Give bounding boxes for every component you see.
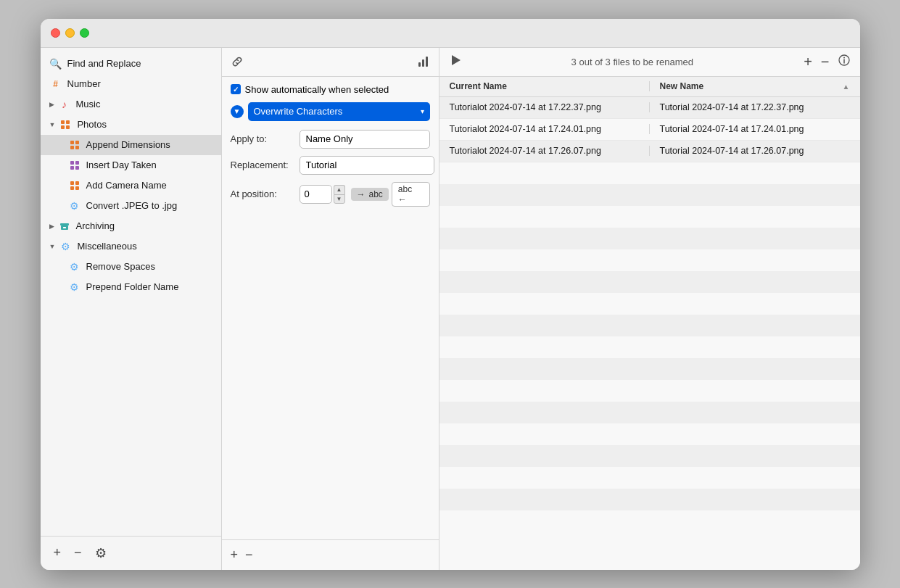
stepper-down-button[interactable]: ▼ — [334, 194, 345, 204]
sidebar-item-label: Append Dimensions — [86, 139, 170, 150]
svg-rect-21 — [426, 57, 428, 67]
svg-rect-4 — [70, 141, 74, 144]
replacement-input[interactable] — [300, 156, 434, 175]
sidebar-add-button[interactable]: + — [51, 544, 65, 562]
position-badge-left: → abc — [351, 188, 389, 201]
add-camera-icon — [68, 179, 81, 192]
photos-icon — [59, 118, 72, 131]
svg-rect-6 — [70, 146, 74, 149]
table-row[interactable]: Tutorialot 2024-07-14 at 17.22.37.png Tu… — [439, 97, 860, 119]
titlebar — [41, 19, 860, 48]
sidebar-item-label: Remove Spaces — [86, 261, 155, 272]
sidebar-group-music[interactable]: ▶ ♪ Music — [41, 94, 221, 115]
sidebar-item-insert-day-taken[interactable]: Insert Day Taken — [41, 155, 221, 175]
right-header-actions: + − — [804, 54, 849, 70]
apply-to-select[interactable]: Name Only Extension Only Name and Extens… — [300, 130, 430, 149]
prepend-folder-icon: ⚙ — [68, 281, 81, 294]
sidebar-item-label: Miscellaneous — [77, 241, 136, 252]
insert-day-taken-icon — [68, 159, 81, 172]
sidebar-item-remove-spaces[interactable]: ⚙ Remove Spaces — [41, 257, 221, 277]
arrow-right-icon: → — [357, 189, 366, 199]
sidebar-footer: + − ⚙ — [41, 536, 221, 570]
add-files-button[interactable]: + — [804, 54, 812, 70]
sidebar-item-prepend-folder[interactable]: ⚙ Prepend Folder Name — [41, 277, 221, 297]
chevron-right-icon-archiving: ▶ — [49, 223, 54, 230]
file-table-header: Current Name New Name ▲ — [439, 77, 860, 97]
replacement-label: Replacement: — [231, 160, 300, 170]
sidebar-item-label: Convert .JPEG to .jpg — [86, 200, 178, 211]
pos-badge-label: abc — [369, 189, 383, 199]
column-new-name: New Name ▲ — [650, 81, 860, 91]
sidebar-item-label: Archiving — [76, 220, 115, 231]
expand-overwrite-button[interactable]: ▼ — [231, 105, 244, 118]
minimize-button[interactable] — [65, 28, 75, 38]
link-icon[interactable] — [229, 54, 245, 70]
middle-content: Show automatically when selected ▼ Overw… — [222, 77, 439, 539]
file-new-name: Tutorial 2024-07-14 at 17.26.07.png — [650, 146, 860, 156]
svg-rect-15 — [75, 186, 79, 190]
svg-point-25 — [843, 57, 845, 59]
svg-rect-7 — [75, 146, 79, 149]
pos-badge-label2: abc ← — [398, 184, 424, 204]
sidebar-remove-button[interactable]: − — [71, 544, 85, 562]
replacement-row: Replacement: — [231, 156, 430, 175]
table-row[interactable]: Tutorialot 2024-07-14 at 17.26.07.png Tu… — [439, 141, 860, 162]
stepper-up-button[interactable]: ▲ — [334, 185, 345, 194]
sidebar-item-append-dimensions[interactable]: Append Dimensions — [41, 135, 221, 155]
svg-rect-3 — [66, 125, 70, 129]
new-name-label: New Name — [660, 81, 704, 91]
sidebar-item-label: Photos — [77, 119, 106, 130]
remove-spaces-icon: ⚙ — [68, 260, 81, 273]
fullscreen-button[interactable] — [80, 28, 89, 38]
apply-to-row: Apply to: Name Only Extension Only Name … — [231, 130, 430, 149]
at-position-row: At position: ▲ ▼ → abc abc ← — [231, 182, 430, 207]
middle-add-button[interactable]: + — [231, 547, 239, 563]
show-auto-checkbox[interactable] — [231, 84, 241, 94]
show-auto-row: Show automatically when selected — [231, 84, 430, 95]
middle-header — [222, 48, 439, 77]
remove-files-button[interactable]: − — [821, 54, 830, 70]
sidebar-item-find-replace[interactable]: 🔍 Find and Replace — [41, 54, 221, 74]
info-button[interactable] — [838, 54, 850, 69]
sidebar-item-number[interactable]: # Number — [41, 74, 221, 94]
chevron-down-icon: ▼ — [49, 121, 56, 128]
file-current-name: Tutorialot 2024-07-14 at 17.24.01.png — [439, 124, 650, 134]
column-current-name: Current Name — [439, 81, 650, 91]
file-new-name: Tutorial 2024-07-14 at 17.22.37.png — [650, 102, 860, 112]
sidebar-group-archiving[interactable]: ▶ Archiving — [41, 216, 221, 236]
sidebar-group-photos[interactable]: ▼ Photos — [41, 115, 221, 135]
show-auto-label: Show automatically when selected — [245, 84, 389, 95]
dropdown-chevron-icon: ▾ — [421, 107, 424, 115]
chevron-down-icon-misc: ▼ — [49, 243, 56, 250]
sidebar-item-label: Music — [76, 99, 101, 109]
traffic-lights — [51, 28, 89, 38]
sidebar-item-label: Prepend Folder Name — [86, 281, 179, 292]
svg-rect-18 — [63, 227, 66, 228]
file-new-name: Tutorial 2024-07-14 at 17.24.01.png — [650, 124, 860, 134]
table-row[interactable]: Tutorialot 2024-07-14 at 17.24.01.png Tu… — [439, 119, 860, 141]
play-button[interactable] — [450, 54, 461, 69]
close-button[interactable] — [51, 28, 60, 38]
svg-rect-16 — [60, 223, 69, 225]
chart-icon[interactable] — [416, 54, 432, 70]
position-input[interactable] — [300, 185, 332, 204]
sidebar-items-list: 🔍 Find and Replace # Number ▶ ♪ Music ▼ — [41, 48, 221, 536]
at-position-label: At position: — [231, 189, 300, 199]
sidebar-group-miscellaneous[interactable]: ▼ ⚙ Miscellaneous — [41, 236, 221, 257]
overwrite-characters-dropdown[interactable]: Overwrite Characters ▾ — [248, 102, 430, 121]
svg-rect-5 — [75, 141, 79, 144]
sidebar-settings-button[interactable]: ⚙ — [92, 544, 110, 563]
svg-rect-8 — [70, 161, 74, 165]
sidebar-item-label: Find and Replace — [67, 58, 141, 69]
svg-rect-14 — [70, 186, 74, 190]
sidebar-item-convert-jpeg[interactable]: ⚙ Convert .JPEG to .jpg — [41, 196, 221, 216]
miscellaneous-icon: ⚙ — [59, 240, 72, 253]
file-current-name: Tutorialot 2024-07-14 at 17.26.07.png — [439, 146, 650, 156]
music-icon: ♪ — [58, 98, 71, 111]
chevron-right-icon: ▶ — [49, 101, 54, 108]
middle-remove-button[interactable]: − — [245, 547, 253, 563]
file-count-label: 3 out of 3 files to be renamed — [468, 57, 797, 67]
right-panel: 3 out of 3 files to be renamed + − — [439, 48, 860, 570]
sidebar-item-add-camera-name[interactable]: Add Camera Name — [41, 175, 221, 196]
middle-header-left — [229, 54, 245, 70]
